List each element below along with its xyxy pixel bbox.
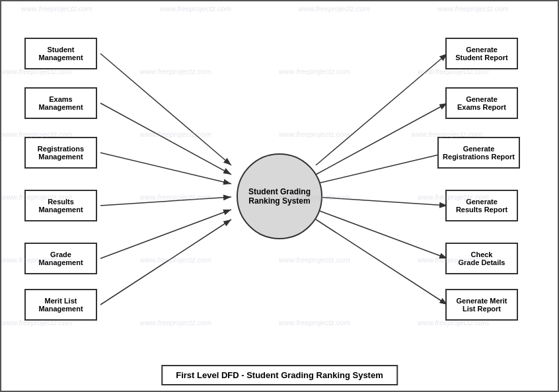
center-circle: Student Grading Ranking System (237, 153, 322, 239)
watermark-2: www.freeprojectz.com (160, 5, 231, 13)
exams-management-label: ExamsManagement (38, 95, 83, 111)
check-grade-details-label: CheckGrade Details (459, 251, 505, 266)
gen-exams-report-label: GenerateExams Report (457, 95, 506, 111)
watermark-23: www.freeprojectz.com (279, 319, 350, 327)
gen-registrations-report-label: GenerateRegistrations Report (443, 145, 515, 161)
grade-management-label: GradeManagement (38, 251, 83, 266)
student-management-label: StudentManagement (38, 46, 83, 61)
watermark-14: www.freeprojectz.com (140, 193, 211, 201)
gen-student-report-label: GenerateStudent Report (455, 46, 507, 61)
svg-line-2 (100, 103, 231, 175)
watermark-4: www.freeprojectz.com (437, 5, 509, 13)
svg-line-4 (100, 197, 231, 206)
svg-line-8 (316, 103, 447, 175)
watermark-7: www.freeprojectz.com (279, 67, 350, 75)
watermark-10: www.freeprojectz.com (140, 130, 211, 138)
main-container: www.freeprojectz.com www.freeprojectz.co… (0, 0, 559, 392)
svg-line-5 (100, 210, 231, 258)
caption-label: First Level DFD - Student Grading Rankin… (176, 370, 383, 380)
svg-line-9 (316, 153, 447, 184)
watermark-11: www.freeprojectz.com (279, 130, 350, 138)
merit-management-box: Merit ListManagement (24, 289, 97, 321)
results-management-box: ResultsManagement (24, 190, 97, 221)
watermark-3: www.freeprojectz.com (299, 5, 370, 13)
gen-results-report-label: GenerateResults Report (456, 198, 507, 214)
registrations-management-label: RegistrationsManagement (38, 145, 84, 161)
svg-line-12 (316, 219, 447, 305)
results-management-label: ResultsManagement (38, 198, 83, 214)
watermark-19: www.freeprojectz.com (279, 256, 350, 264)
svg-line-11 (316, 210, 447, 258)
center-label: Student Grading Ranking System (238, 187, 321, 206)
svg-line-7 (316, 54, 447, 165)
registrations-management-box: RegistrationsManagement (24, 137, 97, 169)
watermark-6: www.freeprojectz.com (140, 67, 211, 75)
gen-merit-report-box: Generate MeritList Report (445, 289, 518, 321)
gen-exams-report-box: GenerateExams Report (445, 87, 518, 119)
exams-management-box: ExamsManagement (24, 87, 97, 119)
gen-merit-report-label: Generate MeritList Report (456, 297, 507, 313)
caption-box: First Level DFD - Student Grading Rankin… (161, 365, 398, 385)
grade-management-box: GradeManagement (24, 243, 97, 274)
svg-line-3 (100, 153, 231, 184)
check-grade-details-box: CheckGrade Details (445, 243, 518, 274)
watermark-1: www.freeprojectz.com (21, 5, 93, 13)
watermark-18: www.freeprojectz.com (140, 256, 211, 264)
watermark-22: www.freeprojectz.com (140, 319, 211, 327)
svg-line-1 (100, 54, 231, 165)
student-management-box: StudentManagement (24, 38, 97, 69)
svg-line-10 (316, 197, 447, 206)
gen-registrations-report-box: GenerateRegistrations Report (437, 137, 520, 169)
gen-results-report-box: GenerateResults Report (445, 190, 518, 221)
svg-line-6 (100, 219, 231, 305)
gen-student-report-box: GenerateStudent Report (445, 38, 518, 69)
merit-management-label: Merit ListManagement (38, 297, 83, 313)
